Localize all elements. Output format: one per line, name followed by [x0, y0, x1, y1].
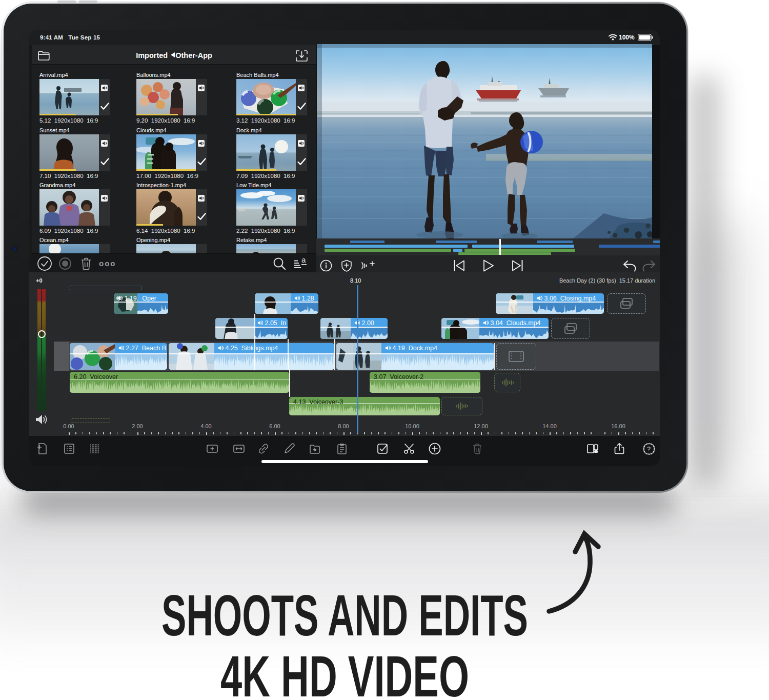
svg-text:?: ? — [647, 446, 651, 453]
svg-text:a: a — [301, 256, 306, 264]
